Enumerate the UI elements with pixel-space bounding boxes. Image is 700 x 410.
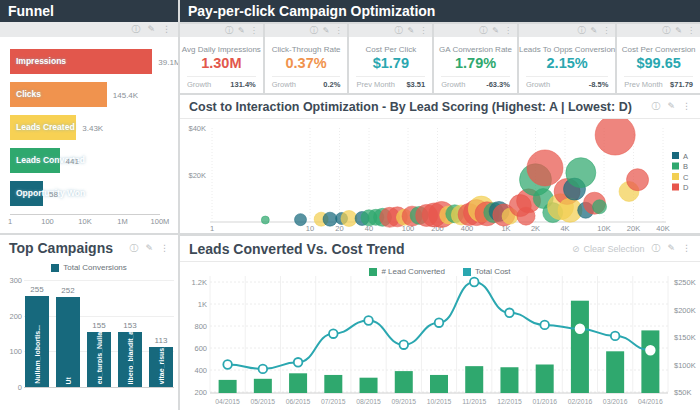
info-icon[interactable]: ⓘ (129, 244, 138, 253)
more-icon[interactable]: ⋮ (687, 27, 695, 35)
bubble-legend-label[interactable]: B (683, 162, 688, 171)
leads-bar[interactable] (324, 375, 342, 393)
cost-point[interactable] (540, 321, 549, 330)
leads-bar[interactable] (641, 330, 659, 393)
legend-item[interactable]: # Lead Converted (369, 267, 445, 276)
cost-point[interactable] (259, 365, 268, 374)
cost-point[interactable] (294, 358, 303, 367)
info-icon[interactable]: ⓘ (479, 27, 487, 35)
info-icon[interactable]: ⓘ (310, 27, 318, 35)
more-icon[interactable]: ⋮ (602, 27, 610, 35)
bubble-x-tick: 10 (306, 224, 314, 233)
bubble[interactable] (566, 158, 596, 188)
bubble-legend-label[interactable]: A (683, 152, 688, 161)
info-icon[interactable]: ⓘ (395, 27, 403, 35)
bubble[interactable] (341, 210, 357, 226)
more-icon[interactable]: ⋮ (160, 244, 169, 253)
edit-icon[interactable]: ✎ (667, 244, 675, 253)
bubble-legend-label[interactable]: D (683, 183, 689, 192)
campaign-bar[interactable]: vitae_risus_... (149, 347, 173, 387)
tc-y-tick: 300 (2, 276, 22, 285)
leads-bar[interactable] (430, 375, 448, 393)
bubble[interactable] (527, 150, 563, 186)
campaign-bar[interactable]: Ut (56, 297, 80, 387)
cost-point[interactable] (611, 332, 620, 341)
edit-icon[interactable]: ✎ (147, 25, 155, 34)
funnel-bar[interactable]: Impressions (10, 49, 152, 74)
bubble[interactable] (261, 216, 269, 224)
cost-point[interactable] (329, 329, 338, 338)
leads-bar[interactable] (289, 373, 307, 393)
funnel-bar-value: 58 (49, 190, 58, 199)
bubble[interactable] (593, 200, 607, 214)
info-icon[interactable]: ⓘ (578, 27, 586, 35)
funnel-panel: Funnel ⓘ ✎ ⋮ Impressions39.1MClicks145.4… (0, 0, 178, 233)
more-icon[interactable]: ⋮ (504, 27, 512, 35)
cost-point[interactable] (435, 318, 444, 327)
more-icon[interactable]: ⋮ (682, 244, 691, 253)
leads-left-y-tick: 200 (194, 388, 207, 397)
funnel-bar[interactable]: Leads Converted (10, 148, 60, 173)
edit-icon[interactable]: ✎ (408, 27, 415, 35)
campaign-bar[interactable]: Nullam_lobortis... (25, 296, 49, 387)
edit-icon[interactable]: ✎ (238, 27, 245, 35)
leads-bar[interactable] (606, 351, 624, 393)
leads-bar[interactable] (395, 371, 413, 393)
leads-left-y-tick: 800 (194, 322, 207, 331)
leads-right-y-tick: $50K (674, 388, 692, 397)
info-icon[interactable]: ⓘ (651, 102, 660, 111)
edit-icon[interactable]: ✎ (675, 27, 682, 35)
tc-gridline (24, 387, 174, 388)
edit-icon[interactable]: ✎ (591, 27, 598, 35)
funnel-bar[interactable]: Clicks (10, 82, 107, 107)
cost-point-selected[interactable] (576, 324, 585, 333)
leads-bar[interactable] (571, 301, 589, 393)
kpi-label: Leads To Opps Conversion (519, 45, 615, 54)
campaign-bar[interactable]: eu_turpis_Nulla... (87, 332, 111, 387)
leads-bar[interactable] (254, 379, 272, 393)
info-icon[interactable]: ⓘ (225, 27, 233, 35)
legend-item[interactable]: Total Cost (463, 267, 511, 276)
cost-point[interactable] (223, 360, 232, 369)
funnel-bar[interactable]: Leads Created (10, 115, 76, 140)
bubble[interactable] (595, 119, 635, 155)
more-icon[interactable]: ⋮ (334, 27, 342, 35)
kpi-sub-label: Growth (272, 80, 296, 89)
more-icon[interactable]: ⋮ (250, 27, 258, 35)
bubble-legend-label[interactable]: C (683, 173, 689, 182)
cost-point[interactable] (505, 309, 514, 318)
cost-point[interactable] (364, 316, 373, 325)
more-icon[interactable]: ⋮ (419, 27, 427, 35)
kpi-toolbar: ⓘ✎⋮ (180, 24, 263, 37)
info-icon[interactable]: ⓘ (662, 27, 670, 35)
more-icon[interactable]: ⋮ (682, 102, 691, 111)
funnel-bar[interactable]: Opportunity Won (10, 181, 43, 206)
leads-x-tick: 11/2015 (462, 398, 486, 405)
bubble[interactable] (323, 212, 337, 226)
funnel-bar-value: 441 (66, 157, 79, 166)
leads-bar[interactable] (465, 366, 483, 393)
campaign-bar[interactable]: libero_blandit_ac... (118, 332, 142, 387)
cost-point[interactable] (399, 340, 408, 349)
edit-icon[interactable]: ✎ (323, 27, 330, 35)
edit-icon[interactable]: ✎ (145, 244, 153, 253)
cost-point-selected[interactable] (646, 346, 655, 355)
leads-bar[interactable] (219, 380, 237, 393)
legend-item[interactable]: Total Conversions (51, 263, 127, 272)
kpi-label: GA Conversion Rate (434, 45, 517, 54)
tc-y-tick: 100 (2, 347, 22, 356)
bubble[interactable] (627, 169, 649, 191)
kpi-sub-label: Prev Month (356, 80, 394, 89)
cost-point[interactable] (470, 278, 479, 287)
leads-bar[interactable] (536, 365, 554, 394)
bubble[interactable] (295, 214, 307, 226)
clear-selection-button[interactable]: ⊘ Clear Selection (572, 244, 645, 254)
edit-icon[interactable]: ✎ (492, 27, 499, 35)
legend-label: # Lead Converted (381, 267, 445, 276)
edit-icon[interactable]: ✎ (667, 102, 675, 111)
leads-bar[interactable] (500, 367, 518, 393)
info-icon[interactable]: ⓘ (651, 244, 660, 253)
more-icon[interactable]: ⋮ (162, 25, 171, 34)
leads-bar[interactable] (360, 378, 378, 393)
info-icon[interactable]: ⓘ (131, 25, 140, 34)
